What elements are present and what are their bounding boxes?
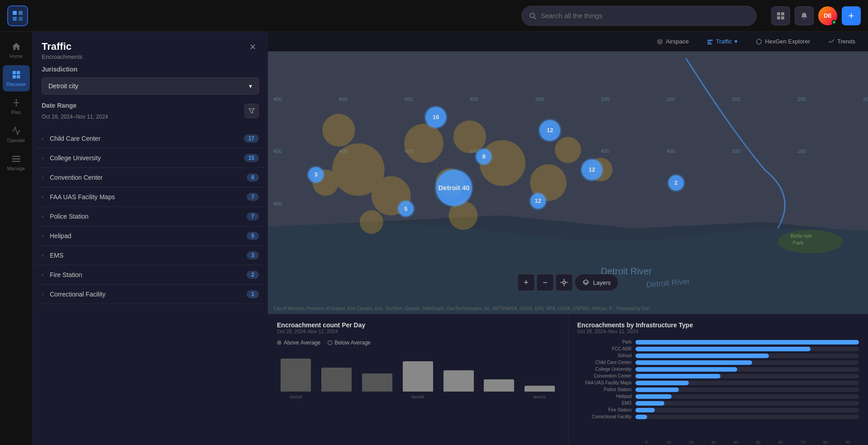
svg-rect-19: [707, 40, 713, 41]
zoom-in-button[interactable]: +: [517, 274, 534, 291]
h-bar-track: [635, 360, 859, 365]
toolbar-item-airspace[interactable]: Airspace: [653, 36, 692, 47]
list-item-badge: 1: [247, 290, 259, 298]
axis-tick: 60: [769, 440, 792, 445]
sidebar-item-home[interactable]: Home: [3, 37, 30, 63]
h-bar-label: Convention Center: [577, 373, 632, 378]
svg-point-72: [360, 210, 383, 234]
sidebar-item-label: Plan: [11, 110, 21, 115]
airspace-icon: [657, 38, 663, 45]
list-item-label: Correctional Facility: [50, 291, 242, 298]
filter-button[interactable]: [244, 104, 259, 118]
h-bar-label: FCC ASR: [577, 346, 632, 351]
list-item[interactable]: › Helipad 5: [36, 226, 264, 246]
svg-point-62: [404, 124, 444, 163]
plan-icon: [11, 98, 21, 108]
svg-point-74: [563, 281, 565, 284]
list-item[interactable]: › Correctional Facility 1: [36, 285, 264, 304]
h-bar-label: Park: [577, 340, 632, 345]
h-bar-fill: [635, 347, 811, 351]
bar-below: [444, 370, 474, 392]
sidebar-item-plan[interactable]: Plan: [3, 93, 30, 120]
list-item[interactable]: › FAA UAS Facility Maps 7: [36, 187, 264, 207]
layers-button[interactable]: Layers: [574, 274, 618, 291]
list-item[interactable]: › Convention Center 8: [36, 168, 264, 187]
panel-subtitle: Encroachments: [42, 53, 82, 60]
topbar-actions: DE +: [771, 6, 861, 25]
bell-icon: [800, 12, 808, 20]
sidebar-item-manage[interactable]: Manage: [3, 149, 30, 176]
h-bar-label: Helipad: [577, 394, 632, 399]
list-item-label: Police Station: [50, 213, 242, 220]
h-bar-row: Police Station: [577, 387, 859, 392]
chevron-right-icon: ›: [42, 174, 43, 181]
jurisdiction-dropdown[interactable]: Detroit city ▾: [42, 77, 259, 95]
zoom-out-button[interactable]: −: [536, 274, 553, 291]
chart2-subtitle: Oct 28, 2024–Nov 11, 2024: [577, 329, 859, 334]
h-bar-fill: [635, 408, 655, 412]
h-bar-label: School: [577, 353, 632, 358]
svg-point-17: [658, 39, 662, 44]
h-bar-label: FAA UAS Facility Maps: [577, 380, 632, 385]
legend-above: Above Average: [277, 340, 320, 346]
h-bar-row: Helipad: [577, 394, 859, 399]
list-item[interactable]: › College University 15: [36, 148, 264, 168]
locate-icon: [560, 278, 568, 287]
svg-point-18: [659, 41, 661, 43]
chart-by-type: Encroachments by Infrastructure Type Oct…: [568, 314, 868, 445]
list-item[interactable]: › Police Station 7: [36, 207, 264, 226]
sidebar-item-discover[interactable]: Discover: [3, 65, 30, 91]
svg-rect-7: [781, 12, 784, 15]
dropdown-icon: ▾: [734, 38, 738, 45]
svg-point-69: [453, 120, 486, 153]
list-item[interactable]: › EMS 3: [36, 246, 264, 265]
notifications-button[interactable]: [795, 6, 814, 25]
toolbar-item-traffic[interactable]: Traffic ▾: [703, 36, 741, 47]
chart1-subtitle: Oct 28, 2024–Nov 11, 2024: [277, 329, 559, 334]
search-icon: [529, 12, 536, 19]
legend-below-label: Below Average: [334, 340, 371, 346]
axis-tick: 70: [792, 440, 814, 445]
h-bar-fill: [635, 374, 720, 378]
charts-area: Encroachment count Per Day Oct 28, 2024–…: [268, 314, 868, 445]
list-item[interactable]: › Fire Station 2: [36, 265, 264, 285]
h-bar-track: [635, 347, 859, 351]
axis-tick: 80: [814, 440, 836, 445]
list-item-badge: 3: [247, 251, 259, 259]
grid-button[interactable]: [771, 6, 790, 25]
toolbar-item-hexgen[interactable]: HexGen Explorer: [752, 36, 814, 47]
date-range-value: Oct 28, 2024–Nov 11, 2024: [42, 114, 108, 120]
list-item-label: Fire Station: [50, 271, 242, 278]
list-item-badge: 2: [247, 271, 259, 279]
search-bar[interactable]: [521, 6, 757, 26]
legend-above-label: Above Average: [284, 340, 320, 346]
add-icon: +: [849, 10, 854, 22]
h-bar-fill: [635, 394, 672, 399]
svg-rect-2: [13, 17, 17, 21]
h-bar-track: [635, 354, 859, 358]
svg-point-65: [530, 164, 567, 201]
app-logo[interactable]: [7, 5, 28, 26]
list-item[interactable]: › Child Care Center 17: [36, 129, 264, 148]
sidebar-item-operate[interactable]: Operate: [3, 121, 30, 148]
jurisdiction-label: Jurisdiction: [42, 66, 259, 73]
h-bar-fill: [635, 367, 738, 372]
legend-below: Below Average: [328, 340, 371, 346]
avatar-status: [832, 20, 836, 24]
svg-point-73: [449, 201, 478, 230]
axis-tick: 10: [658, 440, 680, 445]
bar-chart-column: Nov/04: [399, 349, 437, 399]
svg-rect-12: [12, 75, 15, 78]
toolbar-item-trends[interactable]: Trends: [825, 36, 859, 47]
svg-text:300: 300: [535, 96, 544, 102]
add-button[interactable]: +: [842, 6, 861, 25]
avatar[interactable]: DE: [818, 6, 837, 25]
panel-close-button[interactable]: ✕: [246, 41, 259, 53]
h-bar-label: Child Care Center: [577, 360, 632, 365]
h-bar-label: EMS: [577, 401, 632, 406]
list-item-badge: 7: [247, 212, 259, 220]
sidebar-item-label: Home: [10, 53, 23, 59]
locate-button[interactable]: [555, 274, 572, 291]
search-input[interactable]: [541, 12, 749, 19]
chevron-right-icon: ›: [42, 252, 43, 258]
